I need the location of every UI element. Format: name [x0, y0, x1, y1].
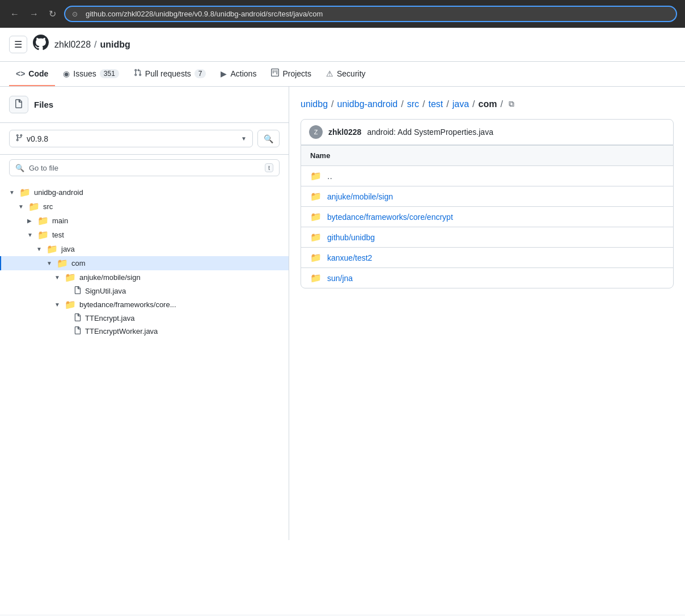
page: ☰ zhkl0228 / unidbg <> Code ◉ Issues 351… — [0, 28, 685, 614]
github-logo — [33, 35, 49, 54]
table-row[interactable]: 📁 anjuke/mobile/sign — [301, 186, 673, 207]
sidebar: Files v0.9.8 ▼ 🔍 🔍 Go to file t — [0, 87, 289, 540]
copy-path-button[interactable]: ⧉ — [506, 98, 517, 110]
folder-icon: 📁 — [310, 252, 322, 263]
chevron-down-icon: ▼ — [36, 246, 43, 252]
breadcrumb-sep: / — [446, 99, 449, 109]
folder-icon: 📁 — [57, 258, 68, 269]
commit-info: Z zhkl0228 android: Add SystemProperties… — [301, 119, 674, 145]
breadcrumb-current: com — [479, 99, 497, 109]
branch-icon — [15, 134, 23, 143]
repo-separator: / — [94, 40, 96, 50]
tree-item-anjuke[interactable]: ▼ 📁 anjuke/mobile/sign — [0, 270, 289, 284]
goto-file[interactable]: 🔍 Go to file t — [9, 159, 280, 176]
breadcrumb-sep: / — [472, 99, 475, 109]
folder-icon: 📁 — [310, 211, 322, 222]
sidebar-title: Files — [34, 100, 53, 109]
sidebar-header: Files — [0, 87, 289, 123]
file-tree: ▼ 📁 unidbg-android ▼ 📁 src ▶ 📁 main — [0, 181, 289, 342]
tab-issues[interactable]: ◉ Issues 351 — [56, 62, 126, 86]
tree-item-src[interactable]: ▼ 📁 src — [0, 199, 289, 214]
repo-breadcrumb: zhkl0228 / unidbg — [54, 40, 130, 50]
search-button[interactable]: 🔍 — [257, 130, 280, 147]
tree-item-unidbg-android[interactable]: ▼ 📁 unidbg-android — [0, 185, 289, 199]
breadcrumb-unidbg-android[interactable]: unidbg-android — [337, 99, 398, 109]
tab-projects[interactable]: Projects — [264, 62, 318, 86]
tab-pull-requests-label: Pull requests — [145, 69, 191, 78]
repo-name[interactable]: unidbg — [100, 40, 130, 50]
hamburger-button[interactable]: ☰ — [9, 36, 27, 53]
tree-item-ttencryptworker[interactable]: TTEncryptWorker.java — [0, 325, 289, 338]
search-icon: 🔍 — [15, 164, 24, 172]
folder-icon: 📁 — [28, 201, 40, 212]
branch-dropdown-icon: ▼ — [241, 135, 247, 142]
table-row[interactable]: 📁 bytedance/frameworks/core/encrypt — [301, 207, 673, 227]
tree-item-ttencrypt[interactable]: TTEncrypt.java — [0, 312, 289, 325]
folder-icon: 📁 — [310, 191, 322, 202]
commit-author[interactable]: zhkl0228 — [328, 128, 361, 137]
chevron-down-icon: ▼ — [27, 232, 34, 238]
tab-pull-requests[interactable]: Pull requests 7 — [127, 62, 213, 86]
table-row[interactable]: 📁 kanxue/test2 — [301, 248, 673, 268]
breadcrumb-test[interactable]: test — [428, 99, 443, 109]
address-bar-security-icon: ⊙ — [72, 10, 78, 18]
tab-actions[interactable]: ▶ Actions — [214, 62, 263, 86]
tree-label: TTEncrypt.java — [85, 314, 134, 322]
repo-owner[interactable]: zhkl0228 — [54, 40, 91, 50]
breadcrumb-java[interactable]: java — [453, 99, 469, 109]
projects-icon — [271, 69, 279, 78]
actions-icon: ▶ — [221, 69, 227, 78]
main-layout: Files v0.9.8 ▼ 🔍 🔍 Go to file t — [0, 87, 685, 540]
tree-item-bytedance[interactable]: ▼ 📁 bytedance/frameworks/core... — [0, 298, 289, 312]
tab-code-label: Code — [28, 69, 48, 78]
tree-item-main[interactable]: ▶ 📁 main — [0, 214, 289, 228]
tree-item-signutil[interactable]: SignUtil.java — [0, 284, 289, 298]
commit-message: android: Add SystemProperties.java — [367, 128, 493, 137]
table-row[interactable]: 📁 github/unidbg — [301, 227, 673, 248]
tree-label: src — [43, 202, 53, 211]
forward-button[interactable]: → — [27, 9, 41, 20]
tree-label: main — [52, 216, 68, 225]
file-row-name[interactable]: bytedance/frameworks/core/encrypt — [327, 213, 453, 222]
file-icon — [74, 313, 82, 323]
folder-icon: 📁 — [65, 299, 76, 310]
file-row-name[interactable]: kanxue/test2 — [327, 253, 372, 262]
tree-item-test[interactable]: ▼ 📁 test — [0, 228, 289, 242]
folder-icon: 📁 — [65, 272, 76, 283]
breadcrumb-unidbg[interactable]: unidbg — [301, 99, 328, 109]
tab-code[interactable]: <> Code — [9, 62, 55, 86]
tab-security-label: Security — [337, 69, 366, 78]
table-row[interactable]: 📁 sun/jna — [301, 268, 673, 288]
browser-chrome: ← → ↻ ⊙ github.com/zhkl0228/unidbg/tree/… — [0, 0, 685, 28]
goto-file-label: Go to file — [29, 164, 58, 172]
file-row-name[interactable]: sun/jna — [327, 274, 353, 283]
breadcrumb-sep: / — [422, 99, 425, 109]
file-table-header: Name — [301, 146, 673, 166]
table-row[interactable]: 📁 .. — [301, 166, 673, 186]
tree-label: TTEncryptWorker.java — [85, 327, 158, 335]
chevron-right-icon: ▶ — [27, 218, 34, 224]
back-button[interactable]: ← — [8, 9, 22, 20]
tree-label: unidbg-android — [34, 188, 83, 197]
file-table: Name 📁 .. 📁 anjuke/mobile/sign 📁 bytedan… — [301, 145, 674, 288]
file-row-name[interactable]: github/unidbg — [327, 233, 375, 242]
tree-item-java[interactable]: ▼ 📁 java — [0, 242, 289, 256]
tab-security[interactable]: ⚠ Security — [319, 62, 373, 86]
sidebar-controls: v0.9.8 ▼ 🔍 — [0, 123, 289, 155]
folder-icon: 📁 — [19, 187, 31, 198]
sidebar-header-icon — [9, 96, 28, 113]
file-row-name[interactable]: anjuke/mobile/sign — [327, 192, 393, 201]
branch-label: v0.9.8 — [27, 134, 238, 143]
tab-issues-label: Issues — [73, 69, 96, 78]
chevron-down-icon: ▼ — [18, 203, 25, 210]
parent-dir-link[interactable]: .. — [327, 171, 332, 181]
refresh-button[interactable]: ↻ — [46, 9, 58, 20]
tree-item-com[interactable]: ▼ 📁 com — [0, 256, 289, 270]
breadcrumb-src[interactable]: src — [407, 99, 419, 109]
file-content: unidbg / unidbg-android / src / test / j… — [289, 87, 685, 540]
folder-icon: 📁 — [37, 215, 49, 226]
security-icon: ⚠ — [326, 69, 333, 78]
address-bar[interactable]: ⊙ github.com/zhkl0228/unidbg/tree/v0.9.8… — [64, 6, 677, 22]
url-text: github.com/zhkl0228/unidbg/tree/v0.9.8/u… — [86, 10, 323, 18]
branch-selector[interactable]: v0.9.8 ▼ — [9, 130, 253, 147]
